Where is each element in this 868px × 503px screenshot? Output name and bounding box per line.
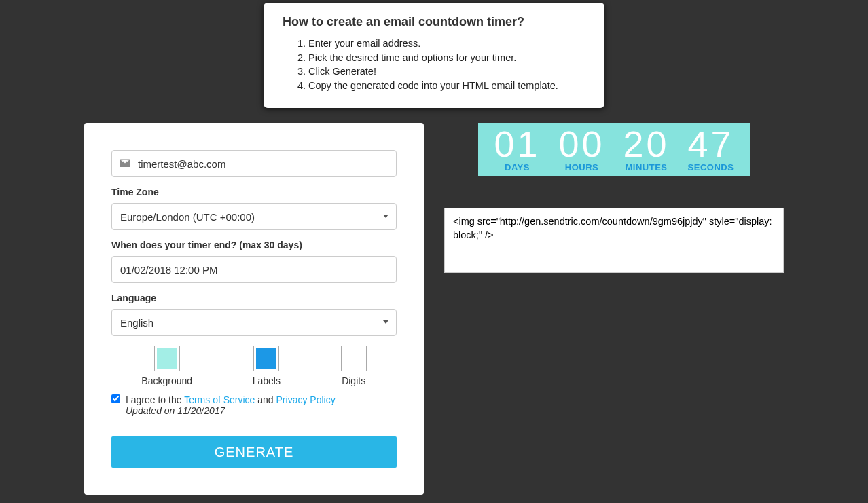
agree-text: I agree to the Terms of Service and Priv… (126, 394, 336, 416)
end-datetime-field[interactable] (111, 256, 397, 283)
swatch-inner (256, 348, 276, 369)
agree-checkbox[interactable] (111, 394, 120, 403)
howto-step: Copy the generated code into your HTML e… (308, 79, 585, 93)
hours-label: HOURS (558, 162, 604, 172)
countdown-preview: 01 DAYS 00 HOURS 20 MINUTES 47 SECONDS (478, 123, 750, 176)
tos-link[interactable]: Terms of Service (184, 394, 255, 405)
background-color-swatch[interactable] (154, 346, 180, 371)
form-panel: Time Zone When does your timer end? (max… (84, 123, 424, 495)
digits-color-swatch[interactable] (341, 346, 367, 371)
digits-color-label: Digits (341, 375, 367, 386)
swatch-inner (157, 348, 177, 369)
labels-color-label: Labels (253, 375, 281, 386)
minutes-number: 20 (623, 126, 669, 162)
background-color-label: Background (141, 375, 192, 386)
howto-steps: Enter your email address. Pick the desir… (308, 37, 585, 92)
generated-code[interactable] (444, 208, 784, 273)
language-select[interactable] (111, 309, 397, 336)
howto-step: Enter your email address. (308, 37, 585, 51)
minutes-label: MINUTES (623, 162, 669, 172)
chevron-down-icon (383, 215, 388, 218)
updated-text: Updated on 11/20/2017 (126, 405, 336, 416)
howto-card: How to create an email countdown timer? … (264, 3, 604, 108)
generate-button[interactable]: GENERATE (111, 436, 397, 468)
seconds-label: SECONDS (687, 162, 734, 172)
howto-title: How to create an email countdown timer? (283, 15, 585, 29)
language-label: Language (111, 293, 397, 303)
email-field[interactable] (111, 150, 397, 177)
days-number: 01 (494, 126, 540, 162)
timezone-label: Time Zone (111, 187, 397, 198)
chevron-down-icon (383, 320, 388, 324)
privacy-link[interactable]: Privacy Policy (276, 394, 336, 405)
envelope-icon (120, 158, 130, 169)
swatch-inner (344, 348, 364, 369)
howto-step: Click Generate! (308, 65, 585, 79)
end-label: When does your timer end? (max 30 days) (111, 240, 397, 250)
hours-number: 00 (558, 126, 604, 162)
timezone-select[interactable] (111, 203, 397, 230)
howto-step: Pick the desired time and options for yo… (308, 52, 585, 65)
labels-color-swatch[interactable] (253, 346, 279, 371)
seconds-number: 47 (687, 126, 734, 162)
